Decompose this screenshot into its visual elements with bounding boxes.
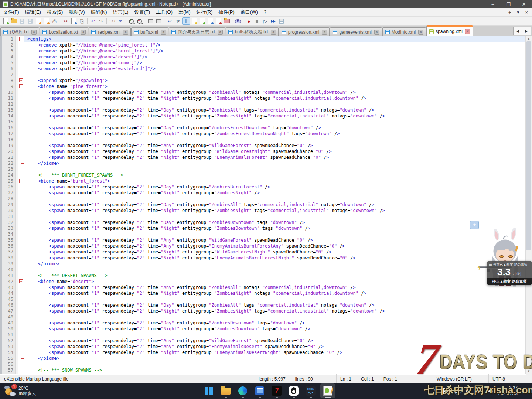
doc-list-icon[interactable]: [207, 17, 214, 25]
macro-stop-icon[interactable]: ■: [253, 17, 261, 25]
tab-close-icon[interactable]: ×: [322, 30, 327, 35]
toolbar-separator: [126, 18, 126, 24]
menu-item-7[interactable]: 工具(O): [153, 8, 175, 16]
tab-spawning.xml[interactable]: spawning.xml ×: [426, 25, 473, 36]
tab-buffs解析文档.txt[interactable]: buffs解析文档.txt ×: [226, 27, 279, 36]
copy-icon[interactable]: [70, 17, 78, 25]
tab-ModInfo.xml[interactable]: ModInfo.xml ×: [382, 27, 426, 36]
menu-item-11[interactable]: 窗口(W): [238, 8, 261, 16]
menu-item-8[interactable]: 宏(M): [175, 8, 194, 16]
tab-scroll-left-icon[interactable]: ◀: [513, 27, 522, 35]
fold-margin[interactable]: −−−−−: [18, 36, 24, 374]
print-icon[interactable]: ⎙: [51, 17, 58, 25]
tab-close-icon[interactable]: ×: [81, 30, 86, 35]
tab-close-icon[interactable]: ×: [465, 29, 470, 34]
word-wrap-icon[interactable]: ↩: [166, 17, 174, 25]
tab-close-icon[interactable]: ×: [123, 30, 128, 35]
tab-list-dropdown-icon[interactable]: ▼: [516, 10, 520, 14]
close-tab-button[interactable]: ×: [525, 10, 528, 15]
folder-workspace-icon[interactable]: [223, 17, 231, 25]
menu-item-12[interactable]: ?: [261, 8, 269, 16]
tab-close-icon[interactable]: ×: [31, 30, 37, 35]
tab-close-icon[interactable]: ×: [271, 30, 276, 35]
menu-item-6[interactable]: 设置(T): [132, 8, 153, 16]
menu-item-1[interactable]: 编辑(E): [22, 8, 44, 16]
close-file-icon[interactable]: [34, 17, 42, 25]
menu-item-9[interactable]: 运行(R): [193, 8, 215, 16]
vertical-scrollbar[interactable]: ▲ ▼: [525, 36, 532, 374]
macro-record-icon[interactable]: ●: [245, 17, 253, 25]
function-list-icon[interactable]: [190, 17, 198, 25]
watermark-seven: 7: [415, 341, 441, 378]
taskbar-app-notepad-plus-plus[interactable]: [320, 383, 335, 398]
maximize-button[interactable]: ❐: [501, 0, 516, 8]
macro-play-icon[interactable]: ▷: [261, 17, 269, 25]
tab-代码库.txt[interactable]: 代码库.txt ×: [0, 27, 39, 36]
new-file-icon[interactable]: [2, 17, 10, 25]
tab-scroll-right-icon[interactable]: ▶: [522, 27, 531, 35]
editor-area[interactable]: 1234567891011121314151617181920212223242…: [0, 36, 532, 374]
tab-Localization.txt[interactable]: Localization.txt ×: [40, 27, 88, 36]
weather-widget[interactable]: 1 20°C 局部多云: [0, 385, 78, 396]
zoom-in-icon[interactable]: +: [127, 17, 135, 25]
menu-item-0[interactable]: 文件(F): [0, 8, 22, 16]
macro-run-multi-icon[interactable]: ▶▶: [269, 17, 277, 25]
undo-icon[interactable]: ↶: [89, 17, 97, 25]
cut-icon[interactable]: ✂: [62, 17, 69, 25]
menu-item-3[interactable]: 视图(V): [66, 8, 88, 16]
fold-collapse-icon[interactable]: −: [19, 279, 23, 283]
tab-close-icon[interactable]: ×: [418, 30, 423, 35]
taskbar-app-edge[interactable]: [235, 383, 250, 398]
tab-recipes.xml[interactable]: recipes.xml ×: [89, 27, 131, 36]
menu-item-5[interactable]: 语言(L): [110, 8, 132, 16]
scroll-up-icon[interactable]: ▲: [526, 36, 532, 41]
fold-collapse-icon[interactable]: −: [19, 78, 23, 82]
zoom-out-icon[interactable]: −: [136, 17, 143, 25]
sync-v-scroll-icon[interactable]: [147, 17, 154, 25]
view-monitoring-icon[interactable]: [234, 17, 242, 25]
tab-progression.xml[interactable]: progression.xml ×: [279, 27, 330, 36]
time-tracker-widget[interactable]: ▦当前已▲劫案-绝命毒师 3.3 小时 停止▲劫案-绝命毒师: [487, 261, 532, 285]
paste-icon[interactable]: ⎘: [78, 17, 86, 25]
code-line-39: </biome>: [24, 261, 525, 267]
save-all-icon[interactable]: [26, 17, 34, 25]
taskbar-app-qq[interactable]: [286, 383, 301, 398]
code-text[interactable]: <configs> <remove xpath="//biome[@name='…: [24, 36, 525, 374]
menu-item-4[interactable]: 编码(N): [88, 8, 110, 16]
menu-item-10[interactable]: 插件(P): [216, 8, 238, 16]
close-button[interactable]: ✕: [516, 0, 532, 8]
minimize-button[interactable]: –: [485, 0, 501, 8]
taskbar-app-start[interactable]: [201, 383, 216, 398]
menu-item-2[interactable]: 搜索(S): [44, 8, 66, 16]
sync-h-scroll-icon[interactable]: [155, 17, 163, 25]
tab-close-icon[interactable]: ×: [374, 30, 379, 35]
tab-close-icon[interactable]: ×: [161, 30, 166, 35]
fold-collapse-icon[interactable]: −: [19, 37, 23, 41]
fold-collapse-icon[interactable]: −: [19, 84, 23, 88]
replace-icon[interactable]: ab: [116, 17, 124, 25]
save-icon[interactable]: [18, 17, 26, 25]
tab-buffs.xml[interactable]: buffs.xml ×: [131, 27, 168, 36]
tab-gameevents.xml[interactable]: gameevents.xml ×: [330, 27, 382, 36]
tab-简介与更新日志.txt[interactable]: 简介与更新日志.txt ×: [169, 27, 225, 36]
scrollbar-thumb[interactable]: [526, 41, 531, 250]
open-file-icon[interactable]: [10, 17, 18, 25]
close-all-icon[interactable]: [42, 17, 50, 25]
redo-icon[interactable]: ↷: [97, 17, 105, 25]
fold-collapse-icon[interactable]: −: [19, 179, 23, 183]
macro-save-icon[interactable]: [277, 17, 285, 25]
taskbar-app-remote-window[interactable]: [252, 383, 267, 398]
code-line-38: <spawn maxcount="1" respawndelay="2" tim…: [24, 255, 525, 261]
new-tab-button[interactable]: +: [508, 10, 511, 15]
taskbar-app-seven-days-to-die[interactable]: 7: [269, 383, 284, 398]
tab-close-icon[interactable]: ×: [218, 30, 223, 35]
find-icon[interactable]: ⚆⚆: [108, 17, 116, 25]
doc-map-icon[interactable]: [198, 17, 206, 25]
bookmark-margin[interactable]: [16, 36, 18, 374]
taskbar-app-file-explorer[interactable]: [218, 383, 233, 398]
timer-stop-button[interactable]: 停止▲劫案-绝命毒师: [487, 278, 532, 285]
edit-external-icon[interactable]: [215, 17, 222, 25]
show-symbols-icon[interactable]: ¶▾: [174, 17, 182, 25]
taskbar-app-blublu[interactable]: blublu•ᴗ•: [303, 383, 318, 398]
indent-guide-icon[interactable]: ⫼: [182, 17, 190, 25]
